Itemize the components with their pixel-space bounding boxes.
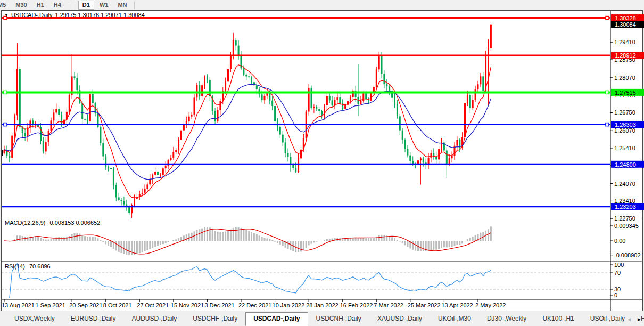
- price-tick-label: 1.25410: [614, 145, 635, 151]
- macd-axis-label: 0.00: [614, 238, 625, 244]
- tab-eurusd-daily[interactable]: EURUSD-,Daily: [63, 312, 124, 326]
- price-badge-label: 1.28912: [615, 52, 636, 59]
- date-label: 27 Oct 2021: [137, 302, 169, 308]
- chart-ohlc-values: 1.29175 1.30176 1.29071 1.30084: [55, 12, 145, 18]
- date-label: 13 Apr 2022: [441, 302, 473, 308]
- macd-values: 0.008153 0.006652: [49, 219, 100, 226]
- left-edge-marker: [2, 150, 3, 156]
- macd-axis-label: 0.009345: [614, 223, 639, 229]
- macd-axis-label: -0.008902: [614, 252, 641, 258]
- tab-uk100-h1[interactable]: UK100-,H1: [534, 312, 582, 326]
- date-label: 25 Mar 2022: [408, 302, 441, 308]
- tab-scroll-right-icon[interactable]: ►: [637, 317, 642, 322]
- date-label: 13 Aug 2021: [2, 302, 35, 308]
- price-badge-label: 1.24800: [615, 161, 636, 168]
- date-label: 28 Jan 2022: [306, 302, 338, 308]
- candles: [4, 22, 492, 218]
- pane-separator: [2, 218, 642, 219]
- date-label: 10 Jan 2022: [273, 302, 305, 308]
- price-badge-label: 1.23203: [615, 203, 636, 210]
- pane-separator: [2, 261, 642, 262]
- price-badge-label: 1.30328: [615, 15, 636, 21]
- pane-separator: [2, 218, 642, 218]
- chart-title: ▼ USDCAD-,Daily 1.29175 1.30176 1.29071 …: [4, 12, 145, 18]
- hline-handle: [4, 123, 7, 126]
- rsi-line: [10, 264, 491, 298]
- date-label: 15 Nov 2021: [171, 302, 204, 308]
- date-label: 22 Dec 2021: [238, 302, 271, 308]
- price-tick-label: 1.22750: [614, 215, 635, 222]
- date-label: 2 May 2022: [475, 302, 506, 308]
- tab-audusd-daily[interactable]: AUDUSD-,Daily: [123, 312, 185, 326]
- chart-menu-arrow-icon[interactable]: ▼: [4, 13, 9, 18]
- date-label: 1 Sep 2021: [36, 302, 65, 308]
- tab-usdcad-daily[interactable]: USDCAD-,Daily: [245, 312, 308, 326]
- price-tick-label: 1.26750: [614, 109, 635, 116]
- candlestick-chart[interactable]: 1.294101.287501.280701.274101.267501.260…: [0, 0, 644, 326]
- tab-scroll-arrows: ◄ ►: [626, 317, 642, 322]
- macd-name: MACD(12,26,9): [5, 219, 45, 226]
- hline-handle: [4, 91, 7, 94]
- date-label: 20 Sep 2021: [69, 302, 102, 308]
- tab-usdcnh-daily[interactable]: USDCNH-,Daily: [308, 312, 369, 326]
- tab-usdchf-daily[interactable]: USDCHF-,Daily: [185, 312, 245, 326]
- tab-xauusd-daily[interactable]: XAUUSD-,Daily: [369, 312, 430, 326]
- rsi-axis-label: 100: [614, 262, 624, 268]
- tab-usoil-daily[interactable]: USOil-,Daily: [582, 312, 633, 326]
- macd-label: MACD(12,26,9) 0.008153 0.006652: [5, 219, 103, 226]
- rsi-axis-label: 70: [614, 270, 621, 276]
- rsi-value: 70.6896: [29, 263, 51, 270]
- hline-handle: [606, 91, 609, 94]
- date-label: 7 Mar 2022: [374, 302, 403, 308]
- symbol-tabbar: USDX,WeeklyEURUSD-,DailyAUDUSD-,DailyUSD…: [0, 312, 644, 326]
- price-badge-label: 1.27515: [615, 89, 636, 96]
- date-label: 3 Dec 2021: [204, 302, 234, 308]
- tab-scroll-left-icon[interactable]: ◄: [626, 317, 632, 322]
- date-label: 16 Feb 2022: [340, 302, 373, 308]
- tab-ukoil-m30[interactable]: UKOil-,M30: [430, 312, 479, 326]
- rsi-name: RSI(14): [5, 263, 25, 270]
- macd-histogram: [4, 226, 492, 255]
- chart-symbol-label: USDCAD-,Daily: [11, 12, 53, 18]
- hline-handle: [606, 17, 609, 20]
- hline-handle: [606, 123, 609, 126]
- rsi-label: RSI(14) 70.6896: [5, 263, 53, 270]
- price-tick-label: 1.24070: [614, 181, 635, 187]
- price-tick-label: 1.26070: [614, 127, 635, 134]
- price-badge-label: 1.26303: [615, 121, 636, 128]
- pane-separator: [2, 262, 642, 262]
- rsi-axis-label: 0: [614, 292, 617, 298]
- date-label: 8 Oct 2021: [103, 302, 132, 308]
- price-tick-label: 1.29410: [614, 39, 635, 45]
- price-badge-label: 1.30084: [615, 21, 636, 28]
- tab-usdx-weekly[interactable]: USDX,Weekly: [6, 312, 63, 326]
- tab-dj30-weekly[interactable]: DJ30-,Weekly: [479, 312, 534, 326]
- price-tick-label: 1.28070: [614, 75, 635, 81]
